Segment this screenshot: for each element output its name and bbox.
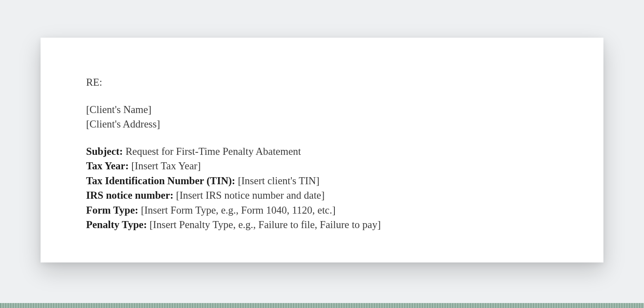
tax-year-line: Tax Year: [Insert Tax Year] [86, 159, 558, 173]
penalty-type-value: [Insert Penalty Type, e.g., Failure to f… [147, 219, 381, 230]
tin-line: Tax Identification Number (TIN): [Insert… [86, 173, 558, 188]
tin-value: [Insert client's TIN] [235, 175, 319, 186]
re-label: RE: [86, 77, 102, 88]
tax-year-value: [Insert Tax Year] [129, 160, 201, 171]
irs-notice-line: IRS notice number: [Insert IRS notice nu… [86, 188, 558, 203]
form-type-label: Form Type: [86, 205, 138, 216]
footer-decorative-strip [0, 303, 644, 308]
subject-label: Subject: [86, 146, 123, 157]
document-card: RE: [Client's Name] [Client's Address] S… [41, 38, 603, 262]
spacer [86, 132, 558, 144]
irs-notice-label: IRS notice number: [86, 190, 173, 201]
client-name: [Client's Name] [86, 104, 151, 115]
client-address: [Client's Address] [86, 118, 160, 130]
re-line: RE: [86, 75, 558, 90]
penalty-type-label: Penalty Type: [86, 219, 147, 230]
spacer [86, 90, 558, 102]
irs-notice-value: [Insert IRS notice number and date] [173, 190, 324, 201]
tin-label: Tax Identification Number (TIN): [86, 175, 235, 186]
form-type-value: [Insert Form Type, e.g., Form 1040, 1120… [138, 205, 336, 216]
subject-line: Subject: Request for First-Time Penalty … [86, 144, 558, 159]
client-name-line: [Client's Name] [86, 102, 558, 117]
penalty-type-line: Penalty Type: [Insert Penalty Type, e.g.… [86, 217, 558, 232]
tax-year-label: Tax Year: [86, 160, 129, 171]
client-address-line: [Client's Address] [86, 117, 558, 132]
subject-value: Request for First-Time Penalty Abatement [123, 146, 301, 157]
form-type-line: Form Type: [Insert Form Type, e.g., Form… [86, 203, 558, 218]
